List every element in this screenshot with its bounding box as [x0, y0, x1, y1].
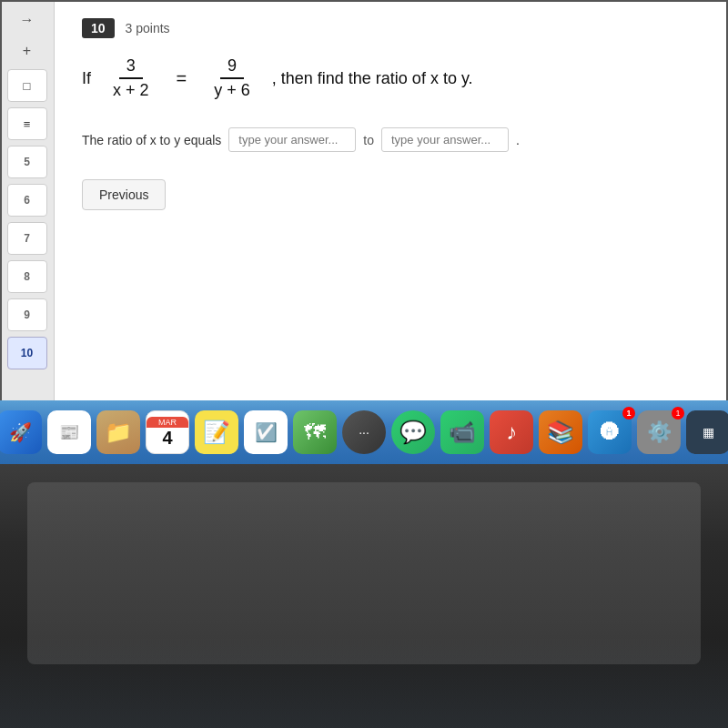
- dock-icon-calendar[interactable]: MAR 4: [146, 410, 189, 454]
- answer-row: The ratio of x to y equals to .: [82, 127, 701, 152]
- question-body: If 3 x + 2 = 9 y + 6 , then find the rat…: [82, 56, 701, 100]
- sidebar-item-icon2[interactable]: ≡: [7, 107, 47, 140]
- to-text: to: [363, 133, 374, 147]
- sidebar: → + □ ≡ 5 6 7 8 9 10: [0, 0, 55, 446]
- main-content: 10 3 points If 3 x + 2 = 9 y + 6 , then …: [55, 0, 728, 446]
- answer-label: The ratio of x to y equals: [82, 133, 221, 147]
- previous-button[interactable]: Previous: [82, 179, 166, 210]
- dock-icon-messages[interactable]: 💬: [391, 410, 435, 454]
- dock-bar: 🎤 🚀 📰 📁 MAR 4 📝 ☑️ 🗺 ··· 💬 📹 ♪ 📚 🅐 1 ⚙️ …: [0, 400, 728, 464]
- dock-icon-system-preferences[interactable]: ⚙️ 1: [637, 410, 681, 454]
- dock-icon-music[interactable]: ♪: [490, 410, 533, 454]
- sidebar-item-6[interactable]: 6: [7, 184, 47, 217]
- fraction1-denominator: x + 2: [106, 79, 157, 100]
- answer-input-1[interactable]: [228, 127, 356, 152]
- fraction2-numerator: 9: [220, 56, 244, 79]
- keyboard-area: [0, 464, 728, 728]
- sidebar-item-icon1[interactable]: □: [7, 69, 47, 102]
- question-points: 3 points: [126, 21, 170, 35]
- sidebar-item-8[interactable]: 8: [7, 260, 47, 293]
- question-suffix: , then find the ratio of x to y.: [272, 69, 473, 88]
- fraction1-numerator: 3: [119, 56, 143, 79]
- dock-icon-facetime[interactable]: 📹: [440, 410, 484, 454]
- dock-icon-maps[interactable]: 🗺: [293, 410, 337, 454]
- sidebar-item-7[interactable]: 7: [7, 222, 47, 255]
- dock-icon-reminders[interactable]: ☑️: [244, 410, 288, 454]
- keyboard-reflection: [0, 637, 728, 728]
- equals-sign: =: [177, 68, 187, 89]
- nav-forward-btn[interactable]: →: [9, 7, 46, 33]
- dock-icon-news[interactable]: 📰: [47, 410, 91, 454]
- dock-icon-launchpad[interactable]: 🚀: [0, 410, 42, 454]
- period: .: [516, 133, 520, 147]
- question-number-badge: 10: [82, 18, 115, 38]
- answer-input-2[interactable]: [381, 127, 509, 152]
- sidebar-item-9[interactable]: 9: [7, 298, 47, 331]
- question-header: 10 3 points: [82, 18, 701, 38]
- fraction2-denominator: y + 6: [207, 79, 258, 100]
- nav-add-btn[interactable]: +: [9, 38, 46, 64]
- fraction2: 9 y + 6: [207, 56, 258, 100]
- dock-icon-appstore[interactable]: 🅐 1: [588, 410, 632, 454]
- dock-icon-notes[interactable]: 📝: [195, 410, 238, 454]
- if-text: If: [82, 69, 91, 88]
- dock-icon-books[interactable]: 📚: [539, 410, 582, 454]
- fraction1: 3 x + 2: [106, 56, 157, 100]
- dock-icon-more[interactable]: ···: [342, 410, 386, 454]
- sidebar-item-5[interactable]: 5: [7, 146, 47, 178]
- dock-icon-screen-time[interactable]: ▦: [686, 410, 728, 454]
- sidebar-item-10[interactable]: 10: [7, 337, 47, 369]
- dock-icon-folder[interactable]: 📁: [96, 410, 140, 454]
- screen: → + □ ≡ 5 6 7 8 9 10 10 3 point: [0, 0, 728, 446]
